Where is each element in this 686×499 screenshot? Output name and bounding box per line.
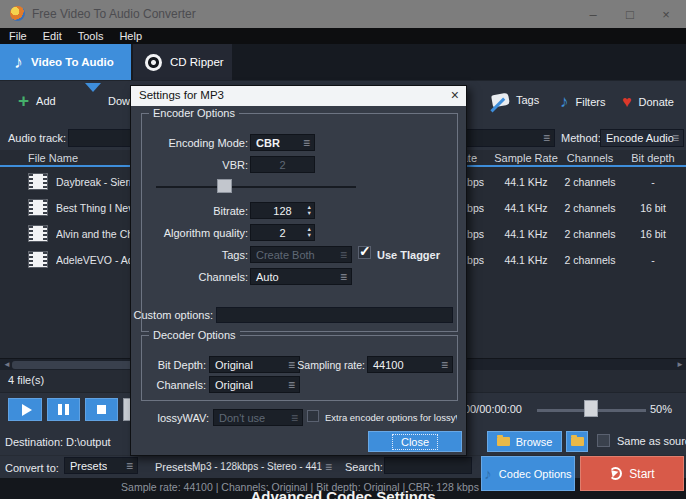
- bitrate-value: 128: [251, 205, 314, 217]
- tags-button[interactable]: Tags: [492, 94, 539, 106]
- down-arrow-icon: [85, 92, 101, 110]
- heart-icon: ♥: [622, 93, 632, 111]
- menu-file[interactable]: File: [9, 30, 27, 42]
- browse-button[interactable]: Browse: [487, 431, 562, 452]
- minimize-button[interactable]: –: [580, 2, 606, 26]
- download-button[interactable]: Down: [85, 92, 136, 110]
- refresh-icon: [609, 467, 622, 480]
- lossywav-dropdown: Don't use ≡: [213, 409, 303, 426]
- channels-label: Channels:: [131, 271, 248, 283]
- volume-slider-handle[interactable]: [584, 400, 598, 417]
- channels-dropdown[interactable]: Auto ≡: [250, 268, 352, 285]
- lossywav-label: lossyWAV:: [131, 412, 209, 424]
- bit-depth-dropdown[interactable]: Original ≡: [209, 356, 300, 373]
- tab-bar: ♪ Video To Audio CD Ripper: [0, 44, 686, 80]
- column-channels[interactable]: Channels: [552, 152, 628, 164]
- bit-depth-label: Bit Depth:: [131, 359, 206, 371]
- scroll-right-icon[interactable]: ►: [676, 360, 684, 369]
- filters-label: Filters: [576, 96, 606, 108]
- use-tagger-checkbox[interactable]: [358, 246, 371, 259]
- codec-options-label: Codec Options: [499, 468, 572, 480]
- lossywav-extra-checkbox[interactable]: [307, 410, 319, 422]
- custom-options-label: Custom options:: [131, 309, 213, 321]
- dropdown-icon[interactable]: ≡: [325, 460, 332, 474]
- use-tagger-label: Use TIagger: [377, 249, 440, 261]
- column-file-name[interactable]: File Name: [28, 152, 78, 164]
- film-icon: [28, 225, 48, 242]
- tab-label: CD Ripper: [170, 56, 224, 68]
- add-button[interactable]: + Add: [18, 93, 56, 109]
- encoder-options-title: Encoder Options: [149, 107, 239, 119]
- decoder-channels-dropdown[interactable]: Original ≡: [209, 376, 300, 393]
- bitrate-spinner[interactable]: 128 ▲▼: [250, 202, 315, 219]
- decoder-channels-label: Channels:: [131, 379, 206, 391]
- dropdown-icon: ≡: [441, 359, 448, 371]
- browse-label: Browse: [516, 436, 553, 448]
- donate-button[interactable]: ♥ Donate: [622, 93, 674, 111]
- close-button-label: Close: [392, 434, 438, 450]
- encoding-mode-dropdown[interactable]: CBR ≡: [250, 134, 315, 151]
- pause-icon: [58, 404, 69, 415]
- file-bit-depth: -: [618, 254, 686, 266]
- spinner-arrows-icon[interactable]: ▲▼: [307, 204, 312, 216]
- same-as-source-checkbox[interactable]: [597, 434, 610, 447]
- custom-options-input[interactable]: [216, 307, 453, 323]
- filters-button[interactable]: ♪ Filters: [560, 92, 605, 112]
- same-as-source-label: Same as source: [617, 435, 686, 447]
- lossywav-extra-label: Extra encoder options for lossyWAV: [325, 412, 457, 423]
- play-button[interactable]: [8, 398, 42, 421]
- pause-button[interactable]: [47, 398, 80, 421]
- dialog-close-button[interactable]: Close: [368, 431, 462, 452]
- dialog-title-bar: Settings for MP3 ×: [131, 86, 466, 106]
- title-bar: Free Video To Audio Converter – □ ×: [0, 0, 686, 28]
- destination-value: D:\output: [66, 436, 111, 448]
- app-icon: [10, 6, 25, 21]
- presets-value[interactable]: Mp3 - 128kbps - Stereo - 44100Hz: [192, 461, 322, 472]
- open-folder-button[interactable]: [566, 431, 588, 452]
- start-button[interactable]: Start: [580, 456, 684, 491]
- stop-icon: [97, 405, 106, 414]
- menu-help[interactable]: Help: [119, 30, 142, 42]
- file-channels: 2 channels: [552, 176, 628, 188]
- method-dropdown[interactable]: Encode Audio ≡: [600, 129, 684, 147]
- close-button[interactable]: ×: [653, 2, 679, 26]
- menu-tools[interactable]: Tools: [78, 30, 104, 42]
- dialog-title: Settings for MP3: [139, 89, 224, 101]
- vbr-slider-handle[interactable]: [217, 179, 232, 193]
- window-title: Free Video To Audio Converter: [32, 7, 196, 21]
- sampling-rate-dropdown[interactable]: 44100 ≡: [367, 356, 453, 373]
- menu-edit[interactable]: Edit: [43, 30, 62, 42]
- tab-video-to-audio[interactable]: ♪ Video To Audio: [0, 44, 131, 80]
- vbr-slider-track[interactable]: [156, 186, 356, 188]
- start-label: Start: [629, 467, 654, 481]
- dialog-close-icon[interactable]: ×: [451, 87, 459, 103]
- codec-options-button[interactable]: ♪ Codec Options: [481, 456, 575, 491]
- add-label: Add: [36, 95, 56, 107]
- presets-label: Presets:: [155, 461, 195, 473]
- channels-value: Auto: [251, 271, 279, 283]
- convert-to-value: Presets: [65, 460, 107, 472]
- dropdown-icon: ≡: [543, 132, 550, 144]
- film-icon: [28, 199, 48, 216]
- file-bit-depth: 16 bit: [618, 228, 686, 240]
- search-input[interactable]: [384, 457, 472, 474]
- cd-icon: [145, 54, 162, 71]
- donate-label: Donate: [639, 96, 674, 108]
- encoding-mode-value: CBR: [251, 137, 280, 149]
- convert-to-dropdown[interactable]: Presets ≡: [64, 457, 138, 474]
- vbr-label: VBR:: [131, 159, 248, 171]
- decoder-channels-value: Original: [210, 379, 253, 391]
- plus-icon: +: [18, 93, 29, 109]
- tags-value: Create Both: [251, 249, 315, 261]
- spinner-arrows-icon[interactable]: ▲▼: [307, 226, 312, 238]
- algorithm-quality-spinner[interactable]: 2 ▲▼: [250, 224, 315, 241]
- tab-cd-ripper[interactable]: CD Ripper: [133, 44, 232, 80]
- maximize-button[interactable]: □: [617, 2, 643, 26]
- scroll-left-icon[interactable]: ◄: [3, 360, 11, 369]
- stop-button[interactable]: [85, 398, 118, 421]
- dropdown-icon: ≡: [126, 460, 133, 472]
- method-label: Method:: [561, 132, 601, 144]
- settings-dialog: Settings for MP3 × Encoder Options Encod…: [130, 85, 467, 456]
- volume-percent: 50%: [650, 403, 672, 415]
- column-bit-depth[interactable]: Bit depth: [618, 152, 686, 164]
